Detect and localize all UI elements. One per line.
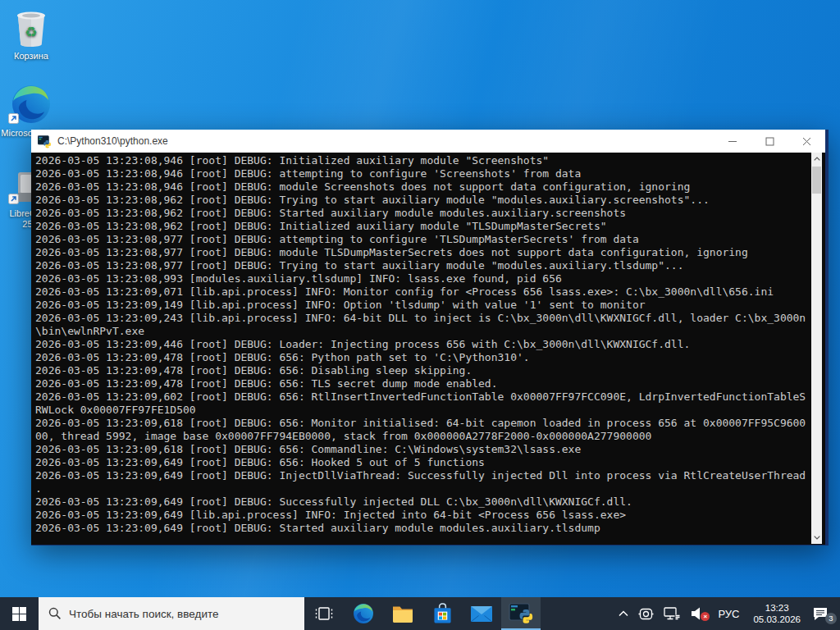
console-line: 00, thread 5992, image base 0x00007FF794… xyxy=(35,430,812,443)
desktop-icon-recycle-bin[interactable]: ♻ Корзина xyxy=(0,7,62,62)
task-view-icon xyxy=(315,606,333,621)
console-line: 2026-03-05 13:23:08,962 [root] DEBUG: In… xyxy=(35,220,812,233)
console-line: 2026-03-05 13:23:08,962 [root] DEBUG: Tr… xyxy=(35,194,812,207)
minimize-button[interactable] xyxy=(714,130,751,153)
taskbar-python-console-button[interactable] xyxy=(501,597,541,630)
clock-time: 13:23 xyxy=(753,602,801,614)
console-line: 2026-03-05 13:23:08,993 [modules.auxilia… xyxy=(35,272,812,285)
network-icon xyxy=(664,607,681,621)
taskbar-store-button[interactable] xyxy=(422,597,462,630)
close-button[interactable] xyxy=(788,130,825,153)
start-button[interactable] xyxy=(0,597,39,630)
console-line: 2026-03-05 13:23:09,478 [root] DEBUG: 65… xyxy=(35,377,812,390)
clock-date: 05.03.2026 xyxy=(753,614,801,625)
svg-text:♻: ♻ xyxy=(25,24,37,40)
taskbar: × РУС 13:23 05.03.2026 3 xyxy=(0,597,840,630)
action-center-button[interactable]: 3 xyxy=(807,597,837,630)
desktop: { "desktop": { "icons": [ { "name": "rec… xyxy=(0,0,840,630)
scroll-down-arrow-icon[interactable] xyxy=(811,532,822,544)
maximize-button[interactable] xyxy=(751,130,788,153)
recycle-bin-icon: ♻ xyxy=(0,7,62,48)
chevron-up-icon xyxy=(619,610,628,617)
disc-drive-icon xyxy=(638,607,654,621)
console-line: 2026-03-05 13:23:09,602 [root] DEBUG: 65… xyxy=(35,390,812,404)
console-line: 2026-03-05 13:23:08,977 [root] DEBUG: mo… xyxy=(35,246,812,259)
console-line: 2026-03-05 13:23:09,618 [root] DEBUG: 65… xyxy=(35,443,812,456)
console-line: 2026-03-05 13:23:08,946 [root] DEBUG: at… xyxy=(35,167,812,180)
taskbar-search-box[interactable] xyxy=(39,597,304,630)
console-line: 2026-03-05 13:23:09,649 [root] DEBUG: Su… xyxy=(35,495,812,509)
vertical-scrollbar[interactable] xyxy=(811,153,822,544)
search-icon xyxy=(48,607,62,620)
console-line: 2026-03-05 13:23:08,977 [root] DEBUG: at… xyxy=(35,233,812,246)
mail-icon xyxy=(471,606,492,622)
console-line: 2026-03-05 13:23:09,649 [lib.api.process… xyxy=(35,509,812,522)
scrollbar-thumb[interactable] xyxy=(812,167,821,194)
console-line: 2026-03-05 13:23:09,071 [lib.api.process… xyxy=(35,285,812,299)
search-input[interactable] xyxy=(69,608,294,620)
console-window: C:\Python310\python.exe 2026-03-05 13:23… xyxy=(31,130,829,546)
task-view-button[interactable] xyxy=(304,597,344,630)
language-indicator[interactable]: РУС xyxy=(710,597,746,630)
taskbar-clock[interactable]: 13:23 05.03.2026 xyxy=(746,597,807,630)
file-explorer-icon xyxy=(392,605,413,623)
console-output: 2026-03-05 13:23:08,946 [root] DEBUG: In… xyxy=(31,153,825,545)
console-line: 2026-03-05 13:23:09,618 [root] DEBUG: 65… xyxy=(35,417,812,430)
console-line: 2026-03-05 13:23:09,478 [root] DEBUG: 65… xyxy=(35,364,812,377)
taskbar-file-explorer-button[interactable] xyxy=(383,597,422,630)
console-line: 2026-03-05 13:23:09,649 [root] DEBUG: In… xyxy=(35,469,812,482)
console-line: 2026-03-05 13:23:09,149 [lib.api.process… xyxy=(35,299,812,312)
console-line: 2026-03-05 13:23:08,946 [root] DEBUG: In… xyxy=(35,154,812,167)
console-line: . xyxy=(35,482,812,495)
tray-volume-button[interactable]: × xyxy=(686,597,710,630)
window-titlebar[interactable]: C:\Python310\python.exe xyxy=(31,130,825,153)
console-line: 2026-03-05 13:23:08,977 [root] DEBUG: Tr… xyxy=(35,259,812,272)
windows-logo-icon xyxy=(12,607,26,621)
shortcut-arrow-icon xyxy=(8,113,19,126)
console-line: RWLock 0x00007FF97FE1D500 xyxy=(35,404,812,417)
console-line: 2026-03-05 13:23:09,649 [root] DEBUG: St… xyxy=(35,522,812,535)
tray-expand-button[interactable] xyxy=(614,597,633,630)
notification-count-badge: 3 xyxy=(825,613,837,624)
microsoft-store-icon xyxy=(433,603,452,624)
python-console-icon xyxy=(509,603,533,624)
console-line: 2026-03-05 13:23:09,243 [lib.api.process… xyxy=(35,312,812,325)
console-line: 2026-03-05 13:23:09,446 [root] DEBUG: Lo… xyxy=(35,338,812,351)
edge-icon xyxy=(0,84,62,125)
shortcut-arrow-icon xyxy=(8,194,19,207)
window-title: C:\Python310\python.exe xyxy=(57,135,714,147)
taskbar-mail-button[interactable] xyxy=(462,597,501,630)
tray-disc-drive-button[interactable] xyxy=(633,597,659,630)
console-line: 2026-03-05 13:23:09,649 [root] DEBUG: 65… xyxy=(35,456,812,469)
console-line: 2026-03-05 13:23:08,946 [root] DEBUG: mo… xyxy=(35,180,812,194)
volume-muted-badge: × xyxy=(701,612,710,621)
taskbar-edge-button[interactable] xyxy=(344,597,383,630)
system-tray: × РУС 13:23 05.03.2026 3 xyxy=(614,597,840,630)
console-line: \bin\ewlnRPvT.exe xyxy=(35,325,812,338)
desktop-icon-label: Корзина xyxy=(0,51,62,62)
python-console-icon xyxy=(38,135,52,148)
console-line: 2026-03-05 13:23:09,478 [root] DEBUG: 65… xyxy=(35,351,812,364)
tray-network-button[interactable] xyxy=(659,597,686,630)
edge-icon xyxy=(353,603,374,624)
scroll-up-arrow-icon[interactable] xyxy=(811,153,822,165)
console-line: 2026-03-05 13:23:08,962 [root] DEBUG: St… xyxy=(35,207,812,220)
